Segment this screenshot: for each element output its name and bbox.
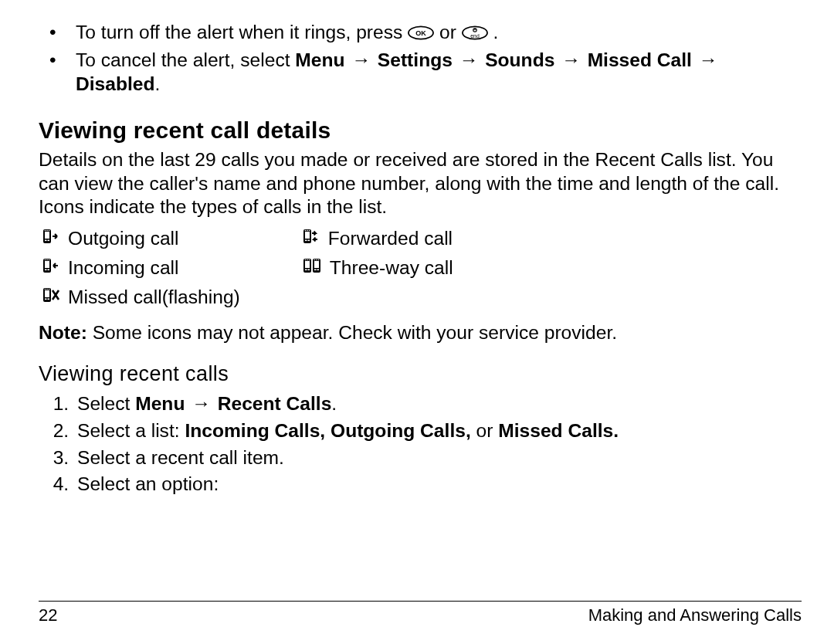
note: Note: Some icons may not appear. Check w… (39, 321, 802, 345)
svg-point-23 (46, 259, 48, 261)
footer-title: Making and Answering Calls (588, 605, 802, 626)
svg-rect-11 (45, 240, 47, 242)
three-way-call-icon (302, 256, 322, 282)
svg-point-31 (308, 259, 310, 261)
svg-rect-19 (307, 240, 310, 242)
step-4: Select an option: (74, 473, 802, 497)
note-body: Some icons may not appear. Check with yo… (87, 322, 617, 343)
missed-call-icon (42, 286, 60, 311)
page-footer: 22 Making and Answering Calls (39, 601, 802, 626)
forwarded-call-icon (302, 227, 320, 253)
end-key-icon: end (462, 22, 488, 46)
svg-text:end: end (470, 33, 480, 39)
missed-call-label: Missed call(flashing) (68, 286, 240, 307)
svg-point-8 (45, 230, 46, 232)
incoming-call-item: Incoming call (42, 256, 302, 284)
bullet-cancel-alert: To cancel the alert, select Menu → Setti… (39, 49, 802, 96)
svg-point-43 (45, 289, 46, 290)
svg-rect-35 (314, 261, 319, 268)
svg-rect-26 (48, 269, 50, 271)
svg-rect-28 (305, 261, 310, 268)
svg-point-29 (304, 259, 306, 261)
note-label: Note: (39, 322, 87, 343)
svg-rect-33 (307, 269, 310, 271)
svg-rect-21 (45, 261, 49, 268)
page-content: To turn off the alert when it rings, pre… (39, 21, 802, 588)
bullet-turn-off-alert: To turn off the alert when it rings, pre… (39, 21, 802, 46)
svg-rect-39 (314, 269, 317, 271)
section-heading: Viewing recent call details (39, 116, 802, 145)
three-way-call-label: Three-way call (330, 257, 453, 278)
incoming-call-icon (42, 256, 60, 282)
svg-point-24 (49, 259, 50, 261)
outgoing-call-icon (42, 227, 60, 253)
step-1: Select Menu → Recent Calls. (74, 392, 802, 416)
svg-rect-7 (45, 232, 49, 239)
svg-point-36 (314, 259, 315, 261)
bullet1-suffix: . (493, 22, 499, 42)
missed-call-item: Missed call(flashing) (42, 286, 302, 314)
svg-rect-25 (45, 269, 47, 271)
svg-text:OK: OK (415, 29, 426, 37)
page-number: 22 (39, 605, 57, 626)
svg-point-9 (46, 230, 48, 232)
svg-point-38 (317, 259, 319, 261)
svg-point-44 (46, 289, 48, 290)
forwarded-call-item: Forwarded call (302, 227, 472, 255)
bullet1-mid: or (439, 22, 462, 42)
svg-point-30 (307, 259, 308, 261)
section-body: Details on the last 29 calls you made or… (39, 148, 802, 219)
svg-point-22 (45, 259, 46, 261)
ok-key-icon: OK (408, 22, 434, 46)
bullet2-prefix: To cancel the alert, select (76, 49, 295, 70)
svg-rect-12 (48, 240, 50, 242)
step-3: Select a recent call item. (74, 446, 802, 470)
outgoing-call-item: Outgoing call (42, 227, 302, 255)
incoming-call-label: Incoming call (68, 257, 179, 278)
svg-point-45 (49, 289, 50, 290)
svg-point-16 (307, 230, 308, 232)
svg-point-17 (308, 230, 310, 232)
bullet1-prefix: To turn off the alert when it rings, pre… (76, 22, 408, 42)
svg-rect-32 (305, 269, 307, 271)
svg-rect-47 (48, 298, 50, 300)
svg-rect-40 (317, 269, 319, 271)
steps-list: Select Menu → Recent Calls. Select a lis… (39, 392, 802, 497)
call-type-icon-table: Outgoing call Forwarded call (42, 225, 472, 315)
three-way-call-item: Three-way call (302, 256, 472, 284)
step-2: Select a list: Incoming Calls, Outgoing … (74, 419, 802, 443)
svg-rect-18 (305, 240, 307, 242)
intro-bullets: To turn off the alert when it rings, pre… (39, 21, 802, 96)
svg-rect-42 (45, 290, 49, 297)
forwarded-call-label: Forwarded call (328, 228, 453, 249)
svg-rect-14 (305, 232, 310, 239)
svg-point-15 (304, 230, 306, 232)
svg-rect-46 (45, 298, 47, 300)
outgoing-call-label: Outgoing call (68, 228, 179, 249)
svg-point-10 (49, 230, 50, 232)
svg-point-37 (316, 259, 317, 261)
subsection-heading: Viewing recent calls (39, 361, 802, 388)
